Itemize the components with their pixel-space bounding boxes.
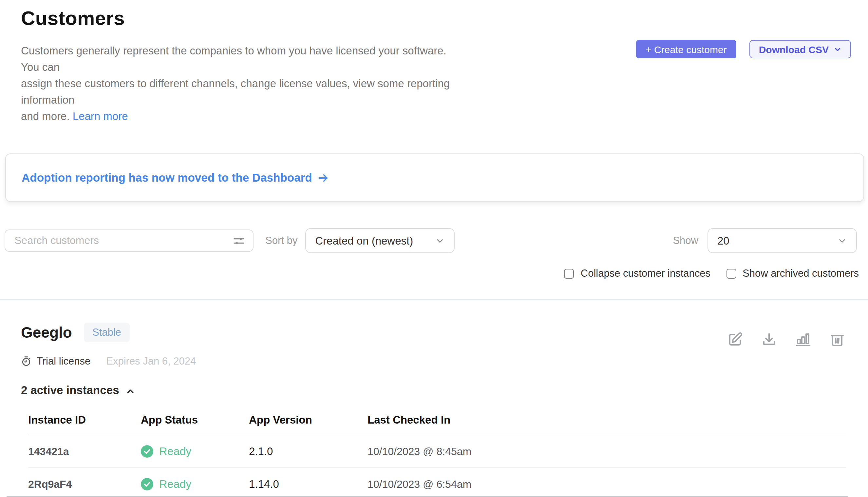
header-row: Customers generally represent the compan… bbox=[21, 43, 851, 125]
license-type: Trial license bbox=[21, 355, 90, 367]
adoption-banner-link[interactable]: Adoption reporting has now moved to the … bbox=[21, 171, 330, 185]
collapse-instances-checkbox[interactable]: Collapse customer instances bbox=[564, 268, 710, 279]
sort-by-label: Sort by bbox=[265, 235, 297, 246]
column-header-app-version: App Version bbox=[249, 414, 368, 426]
show-archived-checkbox[interactable]: Show archived customers bbox=[726, 268, 859, 279]
check-circle-icon bbox=[141, 445, 153, 458]
search-input[interactable] bbox=[13, 234, 227, 247]
show-count-select[interactable]: 20 bbox=[707, 228, 857, 253]
chevron-up-icon bbox=[125, 386, 136, 396]
last-checked-in: 10/10/2023 @ 8:45am bbox=[368, 445, 847, 457]
column-header-last-checked-in: Last Checked In bbox=[368, 414, 847, 426]
header-actions: + Create customer Download CSV bbox=[636, 40, 851, 58]
checkbox-box[interactable] bbox=[726, 269, 736, 278]
check-circle-icon bbox=[141, 478, 153, 491]
checkbox-box[interactable] bbox=[564, 269, 574, 278]
customer-name: Geeglo bbox=[21, 324, 72, 341]
app-version: 2.1.0 bbox=[249, 445, 368, 458]
download-icon[interactable] bbox=[761, 332, 777, 347]
search-box bbox=[4, 229, 253, 252]
description-line: and more. Learn more bbox=[21, 108, 457, 125]
app-status: Ready bbox=[141, 478, 249, 491]
table-row: 143421a Ready 2.1.0 10/10/2023 @ 8:45am bbox=[28, 435, 847, 468]
arrow-right-icon bbox=[318, 171, 330, 184]
column-header-app-status: App Status bbox=[141, 414, 249, 426]
download-csv-button[interactable]: Download CSV bbox=[750, 40, 851, 58]
show-label: Show bbox=[673, 235, 698, 246]
instance-id: 143421a bbox=[28, 445, 141, 457]
table-row: 2Rq9aF4 Ready 1.14.0 10/10/2023 @ 6:54am bbox=[28, 468, 847, 497]
customer-card-header: Geeglo Stable bbox=[21, 323, 845, 347]
chevron-down-icon bbox=[837, 236, 847, 245]
trash-icon[interactable] bbox=[829, 332, 845, 347]
adoption-banner: Adoption reporting has now moved to the … bbox=[5, 153, 864, 202]
sort-select[interactable]: Created on (newest) bbox=[305, 228, 455, 253]
chevron-down-icon bbox=[833, 45, 842, 54]
last-checked-in: 10/10/2023 @ 6:54am bbox=[368, 478, 847, 490]
customer-actions bbox=[727, 332, 845, 347]
table-header-row: Instance ID App Status App Version Last … bbox=[28, 414, 847, 435]
customer-card-divider bbox=[6, 496, 848, 497]
chevron-down-icon bbox=[435, 236, 445, 245]
toolbar: Sort by Created on (newest) Show 20 bbox=[4, 228, 857, 253]
app-status-label: Ready bbox=[159, 445, 191, 458]
filters-row: Collapse customer instances Show archive… bbox=[0, 268, 859, 279]
page-description: Customers generally represent the compan… bbox=[21, 43, 457, 125]
customers-page: Customers Customers generally represent … bbox=[0, 7, 868, 497]
license-expiry: Expires Jan 6, 2024 bbox=[106, 355, 196, 367]
instance-id: 2Rq9aF4 bbox=[28, 478, 141, 490]
license-row: Trial license Expires Jan 6, 2024 bbox=[21, 355, 868, 367]
create-customer-button[interactable]: + Create customer bbox=[636, 40, 737, 58]
stopwatch-icon bbox=[21, 356, 31, 367]
description-line: Customers generally represent the compan… bbox=[21, 43, 457, 75]
description-line: assign these customers to different chan… bbox=[21, 75, 457, 108]
app-version: 1.14.0 bbox=[249, 478, 368, 491]
app-status: Ready bbox=[141, 445, 249, 458]
section-divider bbox=[0, 299, 868, 300]
checkbox-label: Show archived customers bbox=[742, 268, 859, 279]
edit-icon[interactable] bbox=[727, 332, 743, 347]
checkbox-label: Collapse customer instances bbox=[581, 268, 710, 279]
instances-toggle[interactable]: 2 active instances bbox=[21, 384, 868, 397]
learn-more-link[interactable]: Learn more bbox=[73, 110, 128, 122]
app-status-label: Ready bbox=[159, 478, 191, 491]
channel-badge: Stable bbox=[84, 323, 130, 342]
column-header-instance-id: Instance ID bbox=[28, 414, 141, 426]
instances-table: Instance ID App Status App Version Last … bbox=[28, 414, 847, 497]
sliders-icon[interactable] bbox=[233, 235, 245, 247]
bar-chart-icon[interactable] bbox=[795, 332, 811, 347]
customer-name-row: Geeglo Stable bbox=[21, 323, 130, 342]
page-title: Customers bbox=[21, 7, 868, 29]
